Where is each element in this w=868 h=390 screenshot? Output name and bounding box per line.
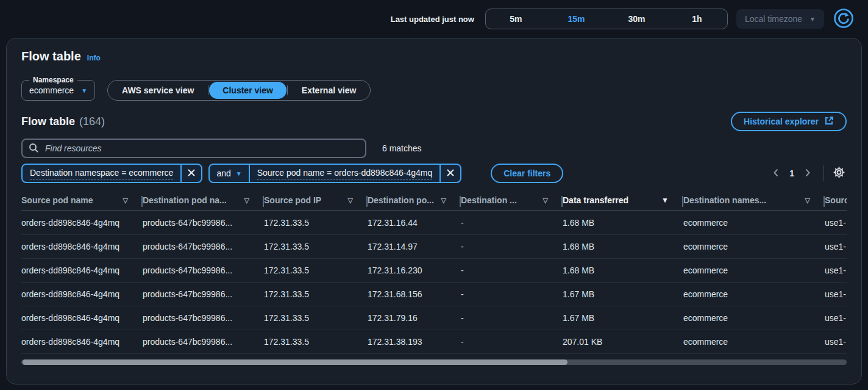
column-header[interactable]: Source pod name▽ [21,194,143,211]
table-cell: - [461,211,563,235]
top-bar: Last updated just now 5m 15m 30m 1h Loca… [0,0,868,38]
table-cell: orders-dd898c846-4g4mq [21,211,143,235]
chevron-left-icon [772,168,780,179]
previous-page-button[interactable] [769,168,783,179]
table-cell: products-647bc99986... [143,306,264,330]
table-cell: 172.31.14.97 [368,235,461,259]
table-row: orders-dd898c846-4g4mqproducts-647bc9998… [21,235,847,259]
table-cell: use1- [825,306,847,330]
column-header-label: Destination names... [683,195,766,205]
table-cell: ecommerce [683,259,825,283]
table-cell: products-647bc99986... [143,330,264,354]
search-icon [29,143,38,154]
table-cell: ecommerce [683,235,825,259]
last-updated-text: Last updated just now [391,15,474,24]
column-header[interactable]: Destination names...▽ [683,194,825,211]
column-header[interactable]: Destination pod na...▽ [143,194,264,211]
clear-filters-button[interactable]: Clear filters [491,164,563,183]
search-row: 6 matches [21,139,847,158]
column-header[interactable]: Destination ...▽ [461,194,563,211]
search-input[interactable] [44,143,359,154]
namespace-select[interactable]: Namespace ecommerce ▼ [21,76,95,101]
remove-filter-button[interactable] [180,165,201,182]
flow-table-container: Source pod name▽Destination pod na...▽So… [21,194,847,354]
column-header[interactable]: Source pod IP▽ [264,194,368,211]
sort-icon: ▽ [543,197,548,204]
table-cell: 1.68 MB [563,211,683,235]
filter-row: Destination namespace = ecommerce and ▼ … [21,164,847,183]
tab-cluster-view[interactable]: Cluster view [209,82,286,99]
table-cell: 1.67 MB [563,283,683,306]
column-header-label: Source pod name [21,195,93,205]
table-row: orders-dd898c846-4g4mqproducts-647bc9998… [21,306,847,330]
table-cell: orders-dd898c846-4g4mq [21,259,143,283]
table-cell: - [461,283,563,306]
remove-filter-button[interactable] [439,165,460,182]
page-title: Flow table [21,49,81,63]
table-cell: 172.31.33.5 [264,306,368,330]
table-cell: products-647bc99986... [143,259,264,283]
clear-filters-label: Clear filters [503,168,550,178]
table-row: orders-dd898c846-4g4mqproducts-647bc9998… [21,283,847,306]
timezone-select[interactable]: Local timezone ▼ [736,9,824,29]
table-cell: orders-dd898c846-4g4mq [21,235,143,259]
chevron-down-icon: ▼ [236,170,242,177]
table-cell: - [461,235,563,259]
refresh-button[interactable] [833,8,855,30]
table-cell: orders-dd898c846-4g4mq [21,306,143,330]
table-title-row: Flow table (164) Historical explorer [21,112,847,131]
chevron-down-icon: ▼ [809,16,816,23]
pagination-divider [824,165,824,181]
column-header[interactable]: Destination po...▽ [368,194,461,211]
table-cell: 172.31.79.16 [368,306,461,330]
filter-token: Destination namespace = ecommerce [21,164,202,183]
horizontal-scrollbar [21,359,847,365]
segment-divider [208,85,208,95]
table-settings-button[interactable] [831,166,847,181]
filter-token-text[interactable]: Source pod name = orders-dd898c846-4g4mq [250,165,440,182]
table-cell: ecommerce [683,330,825,354]
filter-operator-select[interactable]: and ▼ [210,165,249,182]
table-cell: products-647bc99986... [143,235,264,259]
info-link[interactable]: Info [87,54,101,62]
refresh-icon [833,8,854,31]
historical-explorer-label: Historical explorer [744,117,819,126]
table-cell: use1- [825,259,847,283]
table-cell: - [461,330,563,354]
table-cell: 172.31.33.5 [264,211,368,235]
column-header[interactable]: Source ...▽ [825,194,847,211]
table-cell: 172.31.33.5 [264,330,368,354]
table-cell: products-647bc99986... [143,211,264,235]
tab-external-view[interactable]: External view [288,82,370,99]
next-page-button[interactable] [800,168,815,179]
time-range-15m[interactable]: 15m [546,9,607,29]
sort-icon: ▽ [441,197,446,204]
table-cell: use1- [825,211,847,235]
table-cell: 1.67 MB [563,306,683,330]
filter-token-text[interactable]: Destination namespace = ecommerce [23,165,180,182]
table-cell: ecommerce [683,283,825,306]
historical-explorer-button[interactable]: Historical explorer [731,112,847,131]
table-cell: 172.31.16.230 [368,259,461,283]
time-range-30m[interactable]: 30m [607,9,667,29]
tab-aws-service-view[interactable]: AWS service view [108,82,207,99]
time-range-5m[interactable]: 5m [486,9,546,29]
table-row: orders-dd898c846-4g4mqproducts-647bc9998… [21,211,847,235]
chevron-down-icon: ▼ [81,87,87,94]
controls-row: Namespace ecommerce ▼ AWS service view C… [21,76,847,101]
time-range-1h[interactable]: 1h [667,9,727,29]
column-header[interactable]: Data transferred▼ [563,194,683,211]
scrollbar-thumb[interactable] [23,359,567,365]
table-count: (164) [79,115,105,128]
table-cell: 172.31.16.44 [368,211,461,235]
table-cell: 172.31.33.5 [264,283,368,306]
gear-icon [833,166,845,181]
namespace-label: Namespace [29,76,77,84]
page-number[interactable]: 1 [783,168,800,178]
chevron-right-icon [804,168,811,179]
table-title: Flow table [21,115,75,128]
table-cell: - [461,306,563,330]
table-cell: orders-dd898c846-4g4mq [21,330,143,354]
table-cell: - [461,259,563,283]
column-header-label: Destination ... [461,195,517,205]
